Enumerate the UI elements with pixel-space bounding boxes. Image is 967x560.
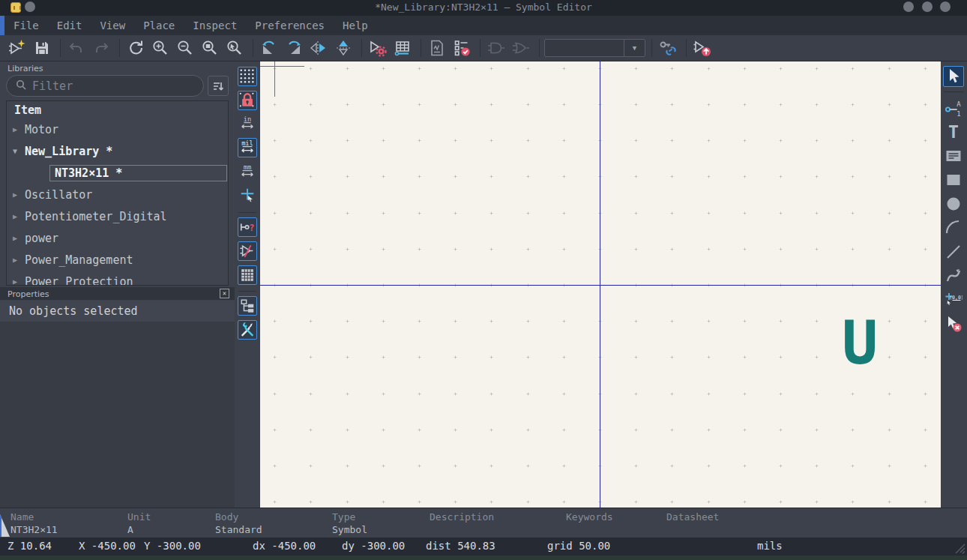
select-tool-button[interactable] [943,66,964,87]
chevron-right-icon[interactable]: ▶ [13,190,25,199]
status-segment: Y -300.00 [144,540,201,552]
move-anchor-tool-button[interactable]: (0,0) [943,289,964,310]
refresh-view-button[interactable] [124,37,147,59]
chevron-right-icon[interactable]: ▶ [13,212,25,220]
rotate-counterclockwise-button[interactable] [258,37,280,59]
units-mils-button[interactable]: mil [238,138,257,157]
undo-button[interactable] [65,37,88,59]
export-symbol-button[interactable] [691,37,714,59]
toolbar-separator [480,39,481,57]
maximize-button[interactable] [922,1,933,12]
tree-item-power-protection[interactable]: ▶Power_Protection [7,271,228,286]
chevron-right-icon[interactable]: ▶ [13,125,25,133]
menu-view[interactable]: View [91,18,134,33]
svg-text:(0,0): (0,0) [949,295,963,301]
pin-table-button[interactable] [391,37,414,59]
symbol-reference-text[interactable]: U [830,313,890,373]
redo-button[interactable] [90,37,112,59]
menu-preferences[interactable]: Preferences [246,18,334,33]
save-button[interactable] [31,37,53,59]
symbol-checker-button[interactable] [451,37,473,59]
menu-edit[interactable]: Edit [48,18,91,33]
zoom-in-button[interactable] [149,37,172,59]
filter-options-button[interactable] [208,76,229,96]
undo-icon [67,39,85,57]
resize-grip[interactable] [954,544,966,554]
show-datasheet-button[interactable] [426,37,448,59]
symbol-name-edit-box[interactable]: NT3H2×11 * [49,165,227,181]
tree-item-new-library[interactable]: ▼New_Library * [7,140,228,162]
mirror-horizontal-button[interactable] [307,37,330,59]
add-rectangle-tool-button[interactable] [943,169,964,190]
info-value: NT3H2×11 [10,524,58,535]
add-bezier-tool-button[interactable] [943,265,964,286]
new-symbol-button[interactable] [6,37,28,59]
demorgan-alternate-button[interactable] [510,37,532,59]
toggle-grid-button[interactable] [238,67,257,86]
tree-item-motor[interactable]: ▶Motor [7,118,228,140]
tree-item-nt3h2-11[interactable]: NT3H2×11 * [7,162,228,184]
add-text-icon: T [945,123,963,141]
unit-mil-icon: mil [239,139,256,156]
add-line-tool-button[interactable] [943,241,964,262]
synchronized-pins-button[interactable] [657,37,679,59]
close-button[interactable] [940,1,951,12]
editor-canvas[interactable]: U [260,61,941,508]
chevron-right-icon[interactable]: ▶ [13,277,25,286]
add-arc-tool-button[interactable] [943,217,964,238]
add-bezier-icon [945,267,963,285]
menu-inspect[interactable]: Inspect [184,18,246,33]
add-pin-tool-button[interactable]: A1 [943,97,964,118]
close-icon[interactable]: ✕ [220,289,229,298]
chevron-right-icon[interactable]: ▶ [13,256,25,264]
rotate-clockwise-button[interactable] [283,37,305,59]
chevron-down-icon[interactable]: ▼ [624,40,645,56]
unit-mm-icon: mm [239,163,256,180]
library-filter-input[interactable]: Filter [6,75,204,97]
symbol-properties-button[interactable] [367,37,389,59]
mirror-vertical-button[interactable] [332,37,355,59]
units-inches-button[interactable]: in [238,114,257,133]
menu-place[interactable]: Place [134,18,184,33]
info-body: Body Standard [215,508,262,535]
unit-selector[interactable]: ▼ [544,39,645,57]
menu-help[interactable]: Help [334,18,377,33]
zoom-to-selection-button[interactable] [223,37,246,59]
tree-item-potentiometer-digital[interactable]: ▶Potentiometer_Digital [7,205,228,227]
add-textbox-tool-button[interactable] [943,145,964,166]
anchor-icon: (0,0) [945,291,963,309]
show-properties-button[interactable] [238,265,257,285]
delete-tool-button[interactable] [943,313,964,334]
tree-item-label: Power_Protection [25,275,133,286]
show-properties-panel-button[interactable] [238,320,257,340]
add-pin-icon: A1 [945,99,963,117]
cursor-shape-button[interactable] [238,186,257,205]
tree-item-label: New_Library * [25,145,112,158]
add-text-tool-button[interactable]: T [943,121,964,142]
menu-file[interactable]: File [4,18,48,33]
demorgan-standard-button[interactable] [485,37,507,59]
tree-item-power[interactable]: ▶power [7,227,228,249]
tree-item-power-management[interactable]: ▶Power_Management [7,249,228,271]
show-library-tree-button[interactable] [238,296,257,316]
chevron-down-icon[interactable]: ▼ [13,147,25,155]
chevron-right-icon[interactable]: ▶ [13,234,25,242]
filter-placeholder: Filter [32,79,73,93]
hidden-fields-icon [239,243,256,259]
minimize-button[interactable] [903,1,914,12]
properties-table-icon [239,267,256,283]
show-hidden-pins-button[interactable]: ? [238,217,257,237]
tree-item-oscillator[interactable]: ▶Oscillator [7,184,228,205]
show-hidden-fields-button[interactable] [238,241,257,261]
zoom-out-button[interactable] [174,37,196,59]
title-bar: *New_Library:NT3H2×11 — Symbol Editor [0,0,967,16]
add-circle-tool-button[interactable] [943,193,964,214]
zoom-to-fit-button[interactable] [199,37,221,59]
mirror-horizontal-icon [310,39,328,57]
units-mm-button[interactable]: mm [238,162,257,181]
properties-panel-title: Properties [0,287,235,300]
properties-empty-area [0,322,235,508]
grid-overrides-button[interactable] [238,91,257,110]
status-bar: Z 10.64X -450.00Y -300.00dx -450.00dy -3… [0,538,967,556]
info-label: Unit [127,511,151,523]
